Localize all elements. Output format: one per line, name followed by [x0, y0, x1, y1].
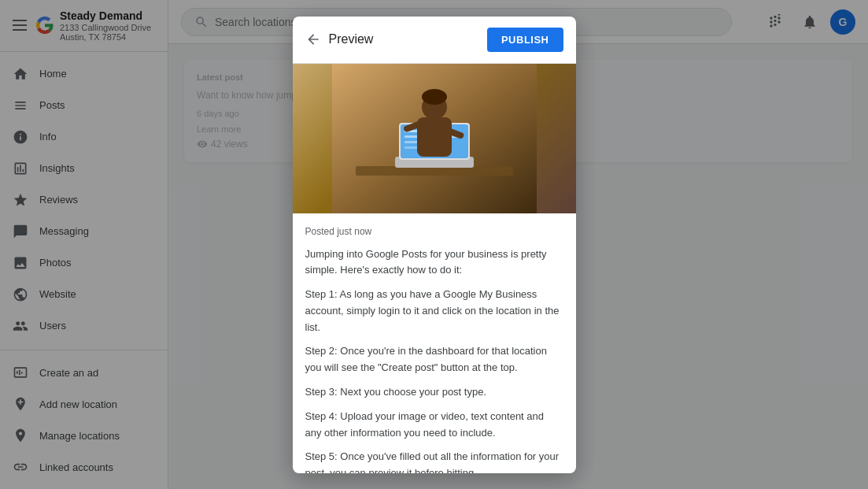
modal-title: Preview — [329, 44, 374, 46]
modal-header: Preview PUBLISH — [293, 44, 576, 64]
main-area: G Latest post Want to know how jumped up… — [168, 0, 868, 489]
modal-paragraph-4: Step 3: Next you choose your post type. — [305, 384, 563, 401]
posted-time: Posted just now — [305, 226, 563, 237]
modal-paragraph-1: Jumping into Google Posts for your busin… — [305, 246, 563, 280]
modal-image — [293, 64, 576, 213]
publish-button[interactable]: PUBLISH — [487, 44, 563, 52]
modal-body: Posted just now Jumping into Google Post… — [293, 64, 576, 473]
modal-overlay: Preview PUBLISH — [168, 44, 868, 489]
modal-paragraph-6: Step 5: Once you've filled out all the i… — [305, 449, 563, 472]
modal-paragraph-3: Step 2: Once you're in the dashboard for… — [305, 343, 563, 376]
modal-header-left: Preview — [305, 44, 374, 47]
modal-content: Posted just now Jumping into Google Post… — [293, 213, 576, 473]
back-button[interactable] — [305, 44, 321, 47]
modal-paragraph-2: Step 1: As long as you have a Google My … — [305, 287, 563, 335]
svg-point-13 — [422, 89, 447, 105]
preview-modal: Preview PUBLISH — [293, 44, 576, 473]
modal-paragraph-5: Step 4: Upload your image or video, text… — [305, 409, 563, 442]
modal-body-text: Jumping into Google Posts for your busin… — [305, 246, 563, 473]
